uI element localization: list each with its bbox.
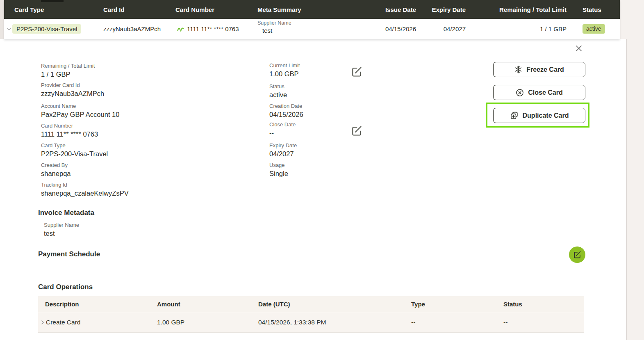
column-header-meta-summary: Meta Summary xyxy=(257,0,301,19)
cards-table: Card Type Card Id Card Number Meta Summa… xyxy=(4,0,620,39)
invoice-metadata-heading: Invoice Metadata xyxy=(38,209,94,217)
field-value: active xyxy=(269,91,287,99)
edit-icon xyxy=(351,125,362,137)
field-card-number: Card Number 1111 11** **** 0763 xyxy=(41,123,98,138)
field-account-name: Account Name Pax2Pay GBP Account 10 xyxy=(41,103,119,119)
card-number-activity-icon xyxy=(177,26,184,32)
close-panel-button[interactable] xyxy=(574,43,584,53)
field-value: 04/2027 xyxy=(269,150,297,158)
field-label: Status xyxy=(269,83,287,89)
column-header-card-type: Card Type xyxy=(14,0,44,19)
ops-column-date-utc: Date (UTC) xyxy=(258,296,290,312)
expiry-date-cell: 04/2027 xyxy=(426,19,466,39)
close-icon xyxy=(575,44,583,52)
close-card-label: Close Card xyxy=(528,89,562,96)
ops-cell-status: -- xyxy=(503,312,507,332)
remaining-total-cell: 1 / 1 GBP xyxy=(488,19,567,39)
field-label: Account Name xyxy=(41,103,119,109)
card-operations-table: Description Amount Date (UTC) Type Statu… xyxy=(38,296,584,333)
column-header-expiry-date: Expiry Date xyxy=(426,0,466,19)
field-value: 1111 11** **** 0763 xyxy=(41,130,98,138)
circle-x-icon xyxy=(516,89,524,97)
column-header-remaining-total-limit: Remaining / Total Limit xyxy=(488,0,567,19)
meta-summary-cell: Supplier Name test xyxy=(257,20,291,34)
freeze-card-button[interactable]: Freeze Card xyxy=(493,62,585,77)
edit-payment-schedule-button[interactable] xyxy=(569,246,585,263)
snowflake-icon xyxy=(514,66,522,73)
status-cell: active xyxy=(583,19,605,39)
field-value: 1.00 GBP xyxy=(269,70,300,78)
field-created-by: Created By shanepqa xyxy=(41,162,71,178)
edit-current-limit-button[interactable] xyxy=(350,66,363,78)
ops-cell-date: 04/15/2026, 1:33:38 PM xyxy=(258,312,326,332)
duplicate-card-label: Duplicate Card xyxy=(523,112,569,119)
field-value: test xyxy=(44,230,79,237)
ops-column-status: Status xyxy=(503,296,522,312)
meta-summary-value: test xyxy=(262,27,291,34)
cards-table-header: Card Type Card Id Card Number Meta Summa… xyxy=(4,0,620,19)
field-tracking-id: Tracking Id shanepqa_czalaeKelwyZsPV xyxy=(41,182,129,197)
field-value: 1 / 1 GBP xyxy=(41,71,95,78)
field-card-type: Card Type P2PS-200-Visa-Travel xyxy=(41,142,108,158)
close-card-button[interactable]: Close Card xyxy=(493,85,585,100)
field-value: P2PS-200-Visa-Travel xyxy=(41,150,108,158)
chevron-right-icon[interactable] xyxy=(41,312,45,332)
field-current-limit: Current Limit 1.00 GBP xyxy=(269,62,300,78)
chevron-down-icon[interactable] xyxy=(6,19,12,39)
column-header-issue-date: Issue Date xyxy=(365,0,416,19)
card-number-value: 1111 11** **** 0763 xyxy=(187,25,239,32)
card-operations-header-row: Description Amount Date (UTC) Type Statu… xyxy=(38,296,584,312)
card-row[interactable]: P2PS-200-Visa-Travel zzzyNaub3aAZMPch 11… xyxy=(4,19,620,39)
field-creation-date: Creation Date 04/15/2026 xyxy=(269,103,303,119)
card-type-chip: P2PS-200-Visa-Travel xyxy=(12,24,81,34)
field-provider-card-id: Provider Card Id zzzyNaub3aAZMPch xyxy=(41,82,104,98)
card-operation-row[interactable]: Create Card 1.00 GBP 04/15/2026, 1:33:38… xyxy=(38,312,584,333)
card-number-cell: 1111 11** **** 0763 xyxy=(177,19,239,39)
payment-schedule-heading: Payment Schedule xyxy=(38,250,100,258)
field-label: Expiry Date xyxy=(269,142,297,148)
field-expiry-date: Expiry Date 04/2027 xyxy=(269,142,297,158)
top-edge-bar xyxy=(41,0,64,2)
card-type-cell: P2PS-200-Visa-Travel xyxy=(12,19,81,39)
ops-cell-type: -- xyxy=(411,312,415,332)
ops-column-description: Description xyxy=(45,296,79,312)
field-close-date: Close Date -- xyxy=(269,121,296,137)
ops-column-type: Type xyxy=(411,296,425,312)
field-usage: Usage Single xyxy=(269,162,288,178)
field-value: -- xyxy=(269,129,296,137)
field-label: Supplier Name xyxy=(44,222,79,228)
field-label: Creation Date xyxy=(269,103,303,109)
field-value: shanepqa_czalaeKelwyZsPV xyxy=(41,189,129,197)
card-operations-heading: Card Operations xyxy=(38,283,93,291)
field-label: Provider Card Id xyxy=(41,82,104,88)
field-value: shanepqa xyxy=(41,170,71,178)
field-label: Card Number xyxy=(41,123,98,129)
duplicate-card-icon xyxy=(510,111,519,120)
field-value: zzzyNaub3aAZMPch xyxy=(41,90,104,98)
freeze-card-label: Freeze Card xyxy=(526,66,564,73)
status-badge: active xyxy=(583,24,605,34)
field-supplier-name: Supplier Name test xyxy=(44,222,79,237)
meta-summary-label: Supplier Name xyxy=(257,20,291,26)
ops-cell-amount: 1.00 GBP xyxy=(157,312,184,332)
column-header-card-id: Card Id xyxy=(103,0,125,19)
field-label: Usage xyxy=(269,162,288,168)
card-detail-panel: Remaining / Total Limit 1 / 1 GBP Provid… xyxy=(0,39,627,340)
field-label: Remaining / Total Limit xyxy=(41,63,95,69)
issue-date-cell: 04/15/2026 xyxy=(365,19,416,39)
field-label: Current Limit xyxy=(269,62,300,68)
field-value: Pax2Pay GBP Account 10 xyxy=(41,111,119,119)
field-label: Tracking Id xyxy=(41,182,129,188)
field-value: 04/15/2026 xyxy=(269,111,303,119)
edit-icon xyxy=(351,66,362,78)
column-header-card-number: Card Number xyxy=(175,0,214,19)
field-remaining-total-limit: Remaining / Total Limit 1 / 1 GBP xyxy=(41,63,95,78)
field-label: Card Type xyxy=(41,142,108,148)
edit-icon xyxy=(573,251,581,259)
edit-close-date-button[interactable] xyxy=(350,125,363,137)
ops-column-amount: Amount xyxy=(157,296,180,312)
duplicate-card-button[interactable]: Duplicate Card xyxy=(493,108,585,123)
column-header-status: Status xyxy=(583,0,601,19)
card-id-cell: zzzyNaub3aAZMPch xyxy=(103,19,161,39)
field-label: Close Date xyxy=(269,121,296,128)
